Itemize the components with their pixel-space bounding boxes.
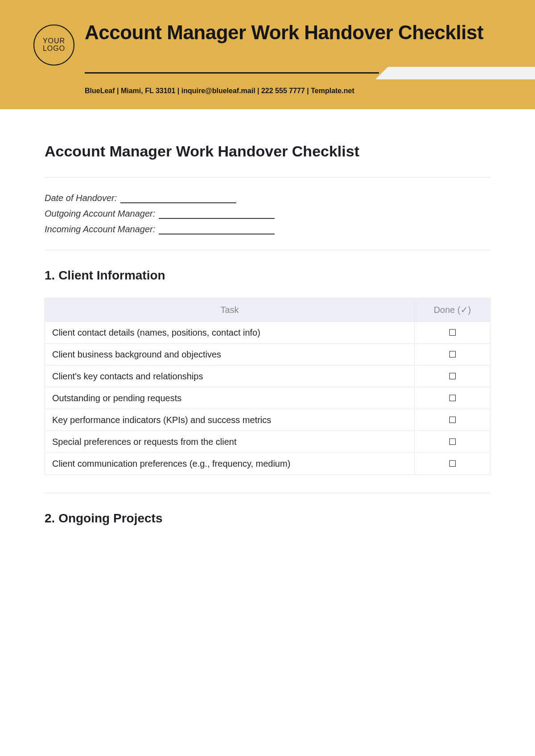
done-checkbox[interactable]: ☐ (415, 387, 490, 409)
done-checkbox[interactable]: ☐ (415, 366, 490, 387)
meta-fields: Date of Handover: Outgoing Account Manag… (45, 193, 490, 234)
divider (45, 177, 490, 178)
meta-date-label: Date of Handover: (45, 193, 117, 203)
done-checkbox[interactable]: ☐ (415, 344, 490, 366)
task-cell: Outstanding or pending requests (45, 387, 415, 409)
meta-outgoing-blank[interactable] (159, 211, 275, 219)
banner-contact-line: BlueLeaf | Miami, FL 33101 | inquire@blu… (85, 87, 354, 95)
logo-placeholder: YOUR LOGO (33, 25, 74, 66)
meta-incoming-row: Incoming Account Manager: (45, 224, 490, 234)
header-banner: YOUR LOGO Account Manager Work Handover … (0, 0, 535, 109)
meta-incoming-label: Incoming Account Manager: (45, 224, 155, 234)
meta-date-row: Date of Handover: (45, 193, 490, 203)
col-header-task: Task (45, 298, 415, 322)
task-cell: Special preferences or requests from the… (45, 431, 415, 453)
divider (45, 493, 490, 493)
logo-text-bottom: LOGO (43, 45, 65, 53)
document-title: Account Manager Work Handover Checklist (45, 143, 490, 160)
meta-outgoing-row: Outgoing Account Manager: (45, 209, 490, 219)
table-row: Client's key contacts and relationships☐ (45, 366, 490, 387)
meta-date-blank[interactable] (120, 195, 236, 203)
logo-text-top: YOUR (43, 37, 65, 45)
section-heading: 2. Ongoing Projects (45, 511, 490, 526)
task-cell: Client contact details (names, positions… (45, 322, 415, 344)
meta-incoming-blank[interactable] (159, 226, 275, 234)
banner-divider (85, 72, 379, 74)
task-cell: Client communication preferences (e.g., … (45, 453, 415, 475)
task-cell: Client's key contacts and relationships (45, 366, 415, 387)
col-header-done: Done (✓) (415, 298, 490, 322)
section-heading: 1. Client Information (45, 268, 490, 283)
meta-outgoing-label: Outgoing Account Manager: (45, 209, 155, 219)
task-cell: Key performance indicators (KPIs) and su… (45, 409, 415, 431)
table-row: Outstanding or pending requests☐ (45, 387, 490, 409)
table-row: Client contact details (names, positions… (45, 322, 490, 344)
banner-title: Account Manager Work Handover Checklist (85, 21, 502, 43)
checklist-table: TaskDone (✓)Client contact details (name… (45, 298, 490, 475)
table-row: Client business background and objective… (45, 344, 490, 366)
done-checkbox[interactable]: ☐ (415, 409, 490, 431)
table-row: Key performance indicators (KPIs) and su… (45, 409, 490, 431)
divider (45, 250, 490, 251)
table-row: Client communication preferences (e.g., … (45, 453, 490, 475)
done-checkbox[interactable]: ☐ (415, 431, 490, 453)
done-checkbox[interactable]: ☐ (415, 322, 490, 344)
banner-notch (388, 67, 535, 79)
task-cell: Client business background and objective… (45, 344, 415, 366)
done-checkbox[interactable]: ☐ (415, 453, 490, 475)
table-row: Special preferences or requests from the… (45, 431, 490, 453)
page-body: Account Manager Work Handover Checklist … (0, 109, 535, 526)
